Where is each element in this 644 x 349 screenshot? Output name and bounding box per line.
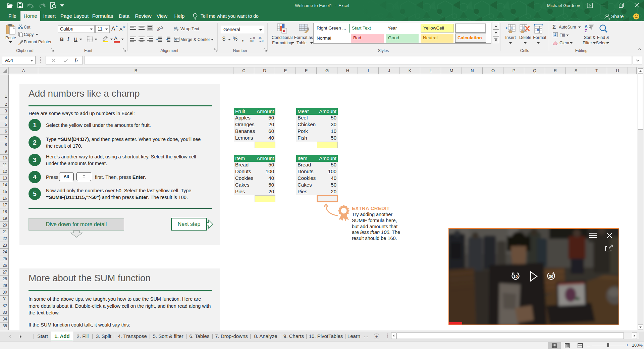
- svg-text:c: c: [174, 29, 175, 31]
- svg-text:A: A: [585, 24, 588, 29]
- svg-text:→.0: →.0: [258, 39, 264, 42]
- svg-text:10: 10: [514, 275, 518, 279]
- svg-text:.00: .00: [250, 39, 254, 42]
- svg-text:≠: ≠: [283, 29, 285, 33]
- svg-text:Z: Z: [585, 29, 587, 33]
- svg-text:ab: ab: [157, 26, 162, 32]
- svg-text:30: 30: [549, 275, 553, 279]
